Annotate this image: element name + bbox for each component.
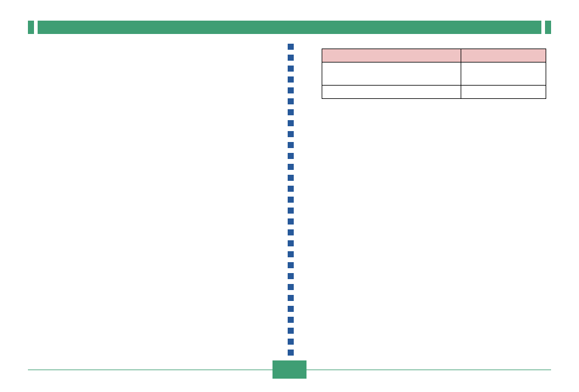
divider-dot: [288, 240, 294, 246]
divider-dot: [288, 120, 294, 126]
vertical-divider-dots: [288, 44, 294, 367]
divider-dot: [288, 55, 294, 61]
title-bar-accent-right: [545, 21, 551, 34]
table-cell: [461, 63, 546, 86]
divider-dot: [288, 262, 294, 268]
table-row: [322, 86, 546, 99]
divider-dot: [288, 284, 294, 290]
divider-dot: [288, 44, 294, 50]
divider-dot: [288, 295, 294, 301]
divider-dot: [288, 251, 294, 257]
divider-dot: [288, 350, 294, 356]
divider-dot: [288, 175, 294, 181]
divider-dot: [288, 208, 294, 214]
table-cell: [461, 86, 546, 99]
divider-dot: [288, 153, 294, 159]
table-header-cell: [322, 49, 461, 63]
divider-dot: [288, 76, 294, 83]
divider-dot: [288, 164, 294, 170]
info-table: [322, 49, 546, 99]
divider-dot: [288, 306, 294, 312]
divider-dot: [288, 98, 294, 104]
divider-dot: [288, 109, 294, 115]
page-number-badge: [273, 360, 306, 379]
divider-dot: [288, 142, 294, 148]
table-row: [322, 63, 546, 86]
divider-dot: [288, 197, 294, 203]
divider-dot: [288, 66, 294, 72]
divider-dot: [288, 328, 294, 334]
divider-dot: [288, 273, 294, 279]
divider-dot: [288, 87, 294, 93]
divider-dot: [288, 131, 294, 137]
divider-dot: [288, 218, 294, 225]
table-cell: [322, 86, 461, 99]
divider-dot: [288, 229, 294, 235]
divider-dot: [288, 186, 294, 192]
table-header-row: [322, 49, 546, 63]
title-bar: [28, 21, 551, 34]
divider-dot: [288, 317, 294, 323]
table-header-cell: [461, 49, 546, 63]
table-cell: [322, 63, 461, 86]
title-bar-main: [38, 21, 541, 34]
divider-dot: [288, 339, 294, 345]
title-bar-accent-left: [28, 21, 34, 34]
